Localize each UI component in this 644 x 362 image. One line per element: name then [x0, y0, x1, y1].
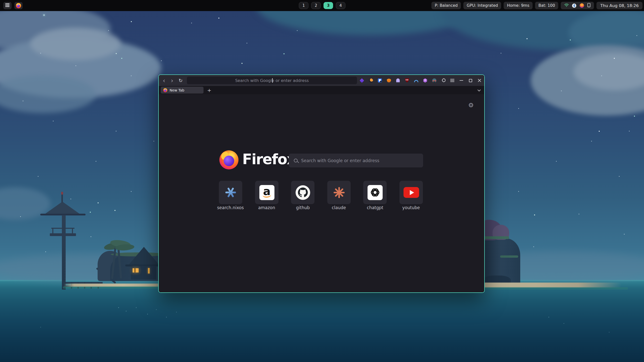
watchtower-platform — [50, 233, 76, 236]
maximize-button[interactable] — [468, 78, 473, 83]
workspace-button-3-active[interactable]: 3 — [324, 2, 333, 9]
workspace-button-1[interactable]: 1 — [299, 2, 308, 9]
gem-extension-icon[interactable] — [359, 78, 364, 83]
wifi-icon[interactable] — [564, 3, 569, 8]
watchtower-rail-post — [72, 228, 73, 233]
workspace-button-2[interactable]: 2 — [311, 2, 321, 9]
menu-hamburger-icon[interactable] — [450, 78, 455, 83]
shortcut-label: chatgpt — [356, 205, 394, 210]
shortcut-label: amazon — [248, 205, 286, 210]
shortcut-tile-chatgpt[interactable] — [363, 181, 387, 204]
hut-roof — [127, 247, 160, 266]
hex-extension-icon[interactable]: * — [423, 78, 427, 83]
github-octocat-icon — [296, 185, 310, 200]
bright-stars — [44, 15, 45, 16]
shortcut-label: github — [284, 205, 322, 210]
firefox-wordmark: Firefox — [242, 151, 296, 167]
bluetooth-icon[interactable] — [572, 4, 576, 8]
user-agent-extension-icon[interactable] — [432, 78, 436, 83]
close-button[interactable] — [477, 78, 482, 83]
water-sparkles — [118, 307, 119, 308]
youtube-icon — [404, 187, 419, 198]
text-caret — [272, 78, 273, 83]
newtab-search-input[interactable]: Search with Google or enter address — [289, 154, 423, 167]
cliff-grass-ledge — [500, 255, 518, 258]
tab-favicon-firefox — [163, 88, 167, 92]
back-button[interactable]: ‹ — [161, 75, 167, 86]
shore-water — [477, 287, 628, 290]
tab-new-tab[interactable]: New Tab — [161, 87, 204, 94]
newtab-search-placeholder: Search with Google or enter address — [301, 158, 379, 163]
metamask-extension-icon[interactable] — [387, 78, 391, 83]
watchtower-rail — [51, 228, 74, 229]
nixos-snowflake-icon — [225, 187, 237, 199]
battery-pill[interactable]: Bat: 100 — [535, 2, 558, 9]
list-all-tabs-chevron-icon[interactable] — [477, 88, 481, 92]
shortcut-tile-amazon[interactable]: a — [255, 181, 278, 204]
openai-knot-icon — [368, 185, 383, 200]
amazon-icon: a — [259, 185, 274, 200]
navigation-toolbar: ‹ › ↻ Search with Google or enter addres… — [159, 75, 484, 86]
watchtower-finial-tip — [61, 192, 63, 195]
url-bar[interactable]: Search with Google or enter address — [187, 77, 357, 84]
shortcut-label: search.nixos — [212, 205, 249, 210]
power-profile-pill[interactable]: P: Balanced — [431, 2, 461, 9]
desktop: 1 2 3 4 P: Balanced GPU: Integrated Home… — [0, 0, 644, 362]
status-bar: 1 2 3 4 P: Balanced GPU: Integrated Home… — [0, 0, 644, 11]
shortcut-tile-github[interactable] — [291, 181, 314, 204]
watchtower-roof — [43, 202, 82, 215]
ping-pill[interactable]: Home: 9ms — [504, 2, 533, 9]
workspace-button-4[interactable]: 4 — [336, 2, 345, 9]
minimize-button[interactable] — [459, 78, 464, 83]
cloud — [30, 28, 121, 60]
personalize-gear-icon[interactable]: ⚙ — [468, 102, 474, 109]
shortcut-tile-search-nixos[interactable] — [219, 181, 242, 204]
url-bar-placeholder: Search with Google or enter address — [235, 78, 309, 83]
dark-reader-extension-icon[interactable] — [369, 78, 373, 83]
shortcut-tile-youtube[interactable] — [399, 181, 423, 204]
shortcut-tile-claude[interactable] — [327, 181, 351, 204]
toolbar-buttons: UO * — [359, 75, 482, 86]
password-manager-extension-icon[interactable] — [378, 78, 382, 83]
new-tab-button[interactable]: + — [206, 86, 213, 94]
app-launcher-button[interactable] — [3, 2, 12, 9]
forward-button[interactable]: › — [169, 75, 175, 86]
workspace-switcher: 1 2 3 4 — [299, 2, 345, 9]
ublock-origin-extension-icon[interactable]: UO — [405, 78, 409, 83]
reload-button[interactable]: ↻ — [177, 75, 184, 86]
firefox-logo — [219, 150, 238, 169]
new-tab-page — [159, 94, 484, 292]
firefox-icon — [16, 3, 21, 8]
firefox-window: ‹ › ↻ Search with Google or enter addres… — [158, 74, 485, 293]
watchtower-finial — [61, 194, 63, 203]
clock[interactable]: Thu Aug 08, 18:26 — [596, 2, 642, 9]
firefox-launcher-button[interactable] — [14, 2, 23, 9]
hut-window-glow — [148, 268, 150, 274]
phone-icon[interactable] — [587, 3, 590, 8]
search-icon — [294, 159, 298, 162]
shortcut-label: claude — [320, 205, 358, 210]
gpu-mode-pill[interactable]: GPU: Integrated — [463, 2, 501, 9]
shortcut-label: youtube — [392, 205, 430, 210]
watchtower-ladder — [65, 236, 65, 288]
system-tray — [561, 2, 594, 9]
tab-title: New Tab — [170, 88, 184, 92]
claude-starburst-icon — [333, 187, 345, 199]
beach-sand — [477, 283, 622, 288]
status-modules: P: Balanced GPU: Integrated Home: 9ms Ba… — [431, 2, 642, 9]
app-grid-icon — [6, 3, 9, 8]
tab-bar: New Tab + — [159, 86, 484, 94]
ghostery-extension-icon[interactable] — [396, 78, 400, 83]
hut-window-glow — [133, 268, 139, 273]
watchtower-rail-post — [52, 228, 53, 233]
stars — [108, 30, 109, 31]
media-flame-icon[interactable] — [580, 3, 584, 8]
extensions-puzzle-icon[interactable] — [441, 78, 446, 83]
vpn-extension-icon[interactable] — [414, 78, 418, 83]
